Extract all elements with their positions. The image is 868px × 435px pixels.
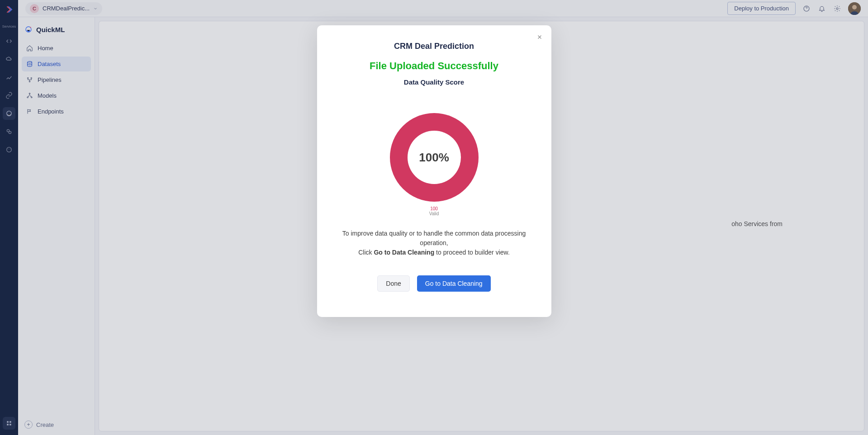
donut-value: 100% [419,151,449,165]
modal-success-message: File Uploaded Successfully [332,60,537,72]
donut-center: 100% [408,131,461,184]
modal-title: CRM Deal Prediction [332,42,537,51]
close-icon [536,34,543,40]
modal-description: To improve data quality or to handle the… [332,229,537,257]
legend-label: Valid [332,211,537,216]
upload-success-modal: CRM Deal Prediction File Uploaded Succes… [317,25,551,317]
go-to-cleaning-button[interactable]: Go to Data Cleaning [417,275,491,292]
done-button[interactable]: Done [377,275,409,292]
quality-chart: 100% [332,113,537,202]
modal-overlay[interactable]: CRM Deal Prediction File Uploaded Succes… [0,0,868,435]
modal-actions: Done Go to Data Cleaning [332,275,537,292]
legend-value: 100 [332,206,537,211]
donut-chart: 100% [390,113,479,202]
close-button[interactable] [535,33,544,42]
modal-subtitle: Data Quality Score [332,78,537,86]
chart-legend: 100 Valid [332,206,537,216]
